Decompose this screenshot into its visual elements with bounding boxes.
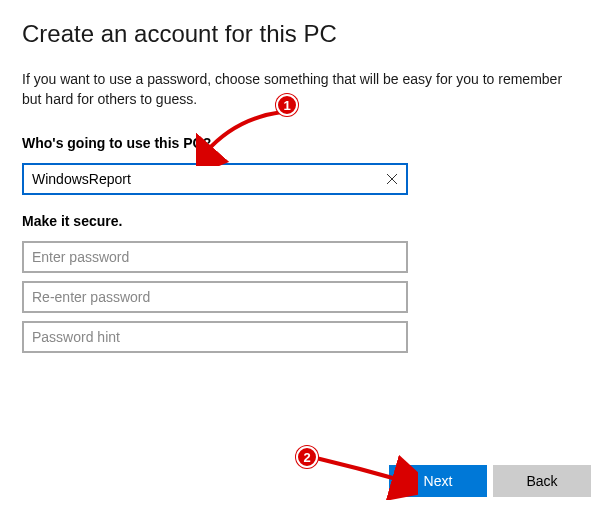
username-label: Who's going to use this PC? bbox=[22, 135, 591, 151]
password-hint-input[interactable] bbox=[22, 321, 408, 353]
username-section: Who's going to use this PC? bbox=[22, 135, 591, 195]
back-button[interactable]: Back bbox=[493, 465, 591, 497]
password-input[interactable] bbox=[22, 241, 408, 273]
button-row: Next Back bbox=[389, 465, 591, 497]
page-description: If you want to use a password, choose so… bbox=[22, 70, 582, 109]
page-title: Create an account for this PC bbox=[22, 20, 591, 48]
username-input[interactable] bbox=[22, 163, 408, 195]
clear-icon[interactable] bbox=[382, 169, 402, 189]
next-button[interactable]: Next bbox=[389, 465, 487, 497]
username-input-wrap bbox=[22, 163, 408, 195]
annotation-badge-2: 2 bbox=[296, 446, 318, 468]
password-section: Make it secure. bbox=[22, 213, 591, 353]
confirm-password-input[interactable] bbox=[22, 281, 408, 313]
password-section-label: Make it secure. bbox=[22, 213, 591, 229]
